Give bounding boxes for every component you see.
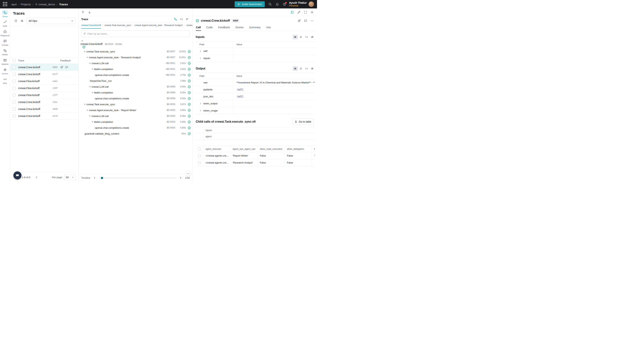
expand-chevron-icon[interactable] [199,57,203,59]
chevron-down-icon[interactable] [86,108,89,112]
invite-teammates-button[interactable]: Invite teammates [235,1,264,7]
trace-tree-row[interactable]: openai.chat.completions.create <$0.0001 … [79,72,192,78]
next-page-icon[interactable] [34,175,39,180]
timeline-prev-icon[interactable] [93,176,97,180]
breadcrumb-projects[interactable]: Projects [21,3,31,6]
sidebar-item-evals[interactable]: Evals [0,20,10,27]
expand-chevron-icon[interactable] [199,102,203,105]
trace-row[interactable]: crewai.Crew.kickoff a17d [10,112,79,120]
tab-use[interactable]: Use [266,24,271,31]
sidebar-item-datasets[interactable]: Datasets [0,58,10,65]
code-view-button[interactable] [179,17,184,22]
op-filter-input[interactable] [88,32,188,35]
row-checkbox[interactable] [13,108,16,110]
select-all-checkbox[interactable] [13,59,16,62]
code-view-icon[interactable] [304,66,309,71]
flame-graph-button[interactable] [185,17,190,22]
list-view-icon[interactable] [292,35,298,40]
trace-tree-row[interactable]: crewai.LLM.call $0.0003 5.85s [79,113,192,119]
chevron-down-icon[interactable] [83,50,86,53]
row-checkbox[interactable] [13,94,16,96]
column-header-trace[interactable]: Trace [18,59,60,62]
comment-icon[interactable] [65,66,68,69]
path-tab[interactable]: crewai.LLM.call [186,22,192,28]
timeline-slider[interactable] [99,178,176,178]
ops-filter-select[interactable]: All Ops [27,18,76,24]
breadcrumb-project[interactable]: crewai_demo [35,3,55,6]
wandb-logo[interactable] [2,1,9,8]
trace-row[interactable]: crewai.Flow.kickoff eab1 [10,78,79,85]
tab-summary[interactable]: Summary [249,24,261,31]
kv-row[interactable]: tasks_output [196,100,315,107]
collapse-timeline-button[interactable] [186,171,191,176]
sidebar-item-playground[interactable]: Playground [0,29,10,36]
trace-tree-row[interactable]: crewai.Agent.execute_task - 'Research An… [79,54,192,60]
path-tab[interactable]: crewai.Task.execute_sync [104,22,131,28]
edit-pencil-icon[interactable] [297,11,300,14]
expand-collapse-icon[interactable] [298,35,303,40]
tab-code[interactable]: Code [206,24,213,31]
user-menu[interactable]: Ayush Thakur Personal [289,1,307,7]
previous-trace-button[interactable] [80,10,86,15]
path-tab[interactable]: crewai.Crew.kickoff [81,22,101,28]
trace-tree-row[interactable]: openai.chat.completions.create $0.0003 5… [79,125,192,131]
tab-feedback[interactable]: Feedback [218,24,230,31]
split-panel-icon[interactable] [290,11,294,14]
sidebar-item-scorers[interactable]: Scorers [0,68,10,74]
chevron-down-icon[interactable] [88,85,92,88]
more-options-icon[interactable] [310,19,314,22]
add-reaction-icon[interactable] [297,19,301,22]
code-view-icon[interactable] [304,35,309,40]
trace-tree-row[interactable]: SerperDevTool._run 1.66s [79,78,192,84]
next-trace-button[interactable] [87,10,92,15]
column-header-feedback[interactable]: Feedback [60,59,79,62]
child-call-row[interactable]: <crewai.agents.cre...'Research Analyst'F… [196,159,315,166]
help-icon[interactable] [283,2,286,6]
trace-tree-row[interactable]: litellm.completion $0.0003 5.84s [79,119,192,125]
trace-row[interactable]: crewai.Crew.kickoff e058 [10,106,79,112]
fullscreen-icon[interactable] [304,11,307,14]
chevron-down-icon[interactable] [81,39,84,42]
notifications-bell-icon[interactable] [275,2,279,6]
support-chat-button[interactable] [14,171,22,180]
row-checkbox[interactable] [13,100,16,104]
sidebar-item-prompts[interactable]: Prompts [0,39,10,46]
chevron-down-icon[interactable] [91,91,94,94]
trace-tree-row[interactable]: openai.chat.completions.create $0.0006 9… [79,96,192,101]
chevron-down-icon[interactable] [83,103,86,106]
column-header[interactable]: agent_executor [203,146,230,152]
list-view-icon[interactable] [292,66,298,71]
chevron-down-icon[interactable] [91,68,94,71]
row-checkbox[interactable] [13,87,16,90]
per-page-select[interactable]: 50 [64,175,76,180]
chevron-down-icon[interactable] [88,62,92,65]
go-to-table-button[interactable]: Go to table [292,118,314,125]
path-tab[interactable]: crewai.Agent.execute_task - 'Research An… [135,22,183,28]
trace-tree-row[interactable]: crewai.LLM.call $0.0006 9.40s [79,84,192,90]
avatar[interactable] [308,2,314,7]
trace-tree-row[interactable]: litellm.completion <$0.0001 2.82s [79,66,192,72]
kv-row[interactable]: inputs [196,54,315,62]
trace-row[interactable]: crewai.Crew.kickoff 657f [10,71,79,78]
comment-icon[interactable] [304,19,307,22]
sidebar-item-traces[interactable]: Traces [0,10,10,18]
chevron-down-icon[interactable] [88,114,92,118]
row-checkbox[interactable] [13,80,16,83]
trace-tree-row[interactable]: litellm.completion $0.0006 9.40s [79,90,192,96]
column-header[interactable]: agent_ops_agent_nan [230,146,257,152]
hide-values-eye-icon[interactable] [310,35,315,40]
search-icon[interactable] [268,2,272,6]
trace-row[interactable]: crewai.Crew.kickoff 316c [10,98,79,106]
kv-row[interactable]: self [196,48,315,54]
row-checkbox[interactable] [198,154,201,157]
chevron-down-icon[interactable] [91,120,94,124]
timeline-next-icon[interactable] [178,176,183,180]
add-reaction-icon[interactable] [60,66,63,69]
chevron-down-icon[interactable] [86,56,89,59]
sidebar-item-models[interactable]: Models [0,48,10,56]
column-header[interactable]: b [312,146,315,152]
expand-chevron-icon[interactable] [199,110,203,112]
hide-values-eye-icon[interactable] [310,66,315,71]
column-header[interactable]: allow_delegation [284,146,312,152]
trace-row[interactable]: crewai.Flow.kickoff c59f [10,85,79,92]
